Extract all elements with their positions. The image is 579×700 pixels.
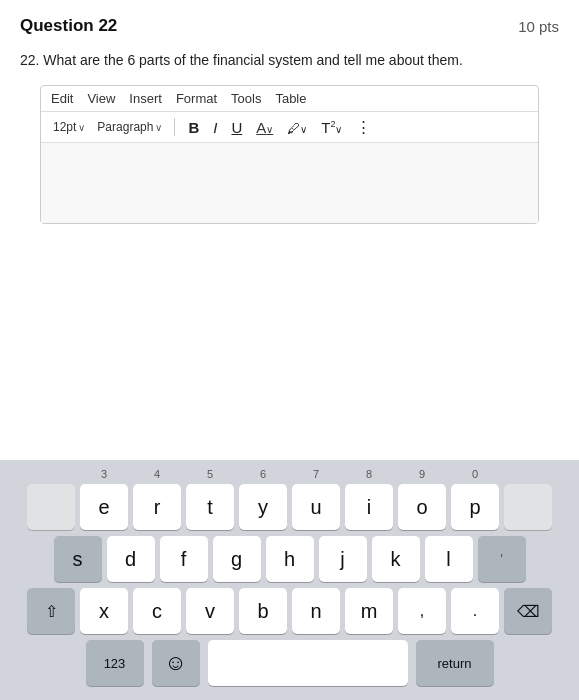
num-label-8: 8 [345,468,393,484]
num-label-9: 9 [398,468,446,484]
key-bracket-partial[interactable] [504,484,552,530]
keyboard-row-1: e r t y u i o p [4,484,575,530]
num-label-5: 5 [186,468,234,484]
key-f[interactable]: f [160,536,208,582]
key-period[interactable]: . [451,588,499,634]
spacer [0,224,579,460]
key-p[interactable]: p [451,484,499,530]
key-v[interactable]: v [186,588,234,634]
emoji-key[interactable]: ☺ [152,640,200,686]
key-m[interactable]: m [345,588,393,634]
key-j[interactable]: j [319,536,367,582]
highlight-button[interactable]: 🖊∨ [282,117,312,138]
key-l[interactable]: l [425,536,473,582]
font-size-dropdown[interactable]: 12pt ∨ [49,118,89,136]
return-key[interactable]: return [416,640,494,686]
number-labels-row: 3 4 5 6 7 8 9 0 [4,468,575,484]
menu-tools[interactable]: Tools [231,91,261,106]
paragraph-chevron: ∨ [155,122,162,133]
paragraph-value: Paragraph [97,120,153,134]
key-y[interactable]: y [239,484,287,530]
key-h[interactable]: h [266,536,314,582]
key-u[interactable]: u [292,484,340,530]
key-d[interactable]: d [107,536,155,582]
key-s[interactable]: s [54,536,102,582]
question-header: Question 22 10 pts [20,16,559,36]
paragraph-dropdown[interactable]: Paragraph ∨ [93,118,166,136]
menu-format[interactable]: Format [176,91,217,106]
keyboard-row-3: ⇧ x c v b n m , . ⌫ [4,588,575,634]
num-label-4: 4 [133,468,181,484]
key-t[interactable]: t [186,484,234,530]
font-size-value: 12pt [53,120,76,134]
key-r[interactable]: r [133,484,181,530]
menu-edit[interactable]: Edit [51,91,73,106]
superscript-button[interactable]: T2∨ [316,117,347,138]
key-i[interactable]: i [345,484,393,530]
editor-toolbar: 12pt ∨ Paragraph ∨ B I U A∨ 🖊∨ T2∨ ⋮ [41,112,538,143]
numbers-key[interactable]: 123 [86,640,144,686]
keyboard-area: 3 4 5 6 7 8 9 0 e r t y u i o p s d f g … [0,460,579,700]
toolbar-divider-1 [174,118,175,136]
key-c[interactable]: c [133,588,181,634]
question-pts: 10 pts [518,18,559,35]
num-label-6: 6 [239,468,287,484]
key-b[interactable]: b [239,588,287,634]
font-size-chevron: ∨ [78,122,85,133]
bold-button[interactable]: B [183,117,204,138]
menu-view[interactable]: View [87,91,115,106]
key-n[interactable]: n [292,588,340,634]
menu-table[interactable]: Table [275,91,306,106]
key-o[interactable]: o [398,484,446,530]
key-g[interactable]: g [213,536,261,582]
keyboard-row-2: s d f g h j k l ' [4,536,575,582]
underline-button[interactable]: U [226,117,247,138]
more-options-button[interactable]: ⋮ [351,116,376,138]
key-x[interactable]: x [80,588,128,634]
key-e[interactable]: e [80,484,128,530]
question-area: Question 22 10 pts 22. What are the 6 pa… [0,0,579,224]
keyboard-row-4: 123 ☺ return [4,640,575,686]
key-comma[interactable]: , [398,588,446,634]
key-apostrophe[interactable]: ' [478,536,526,582]
question-text: 22. What are the 6 parts of the financia… [20,50,559,71]
num-label-0: 0 [451,468,499,484]
italic-button[interactable]: I [208,117,222,138]
editor-body[interactable] [41,143,538,223]
key-k[interactable]: k [372,536,420,582]
shift-key[interactable]: ⇧ [27,588,75,634]
delete-key[interactable]: ⌫ [504,588,552,634]
num-label-7: 7 [292,468,340,484]
question-title: Question 22 [20,16,117,36]
editor-container: Edit View Insert Format Tools Table 12pt… [40,85,539,224]
num-label-3: 3 [80,468,128,484]
space-key[interactable] [208,640,408,686]
menu-insert[interactable]: Insert [129,91,162,106]
font-color-button[interactable]: A∨ [251,117,278,138]
editor-menubar: Edit View Insert Format Tools Table [41,86,538,112]
key-q-partial[interactable] [27,484,75,530]
